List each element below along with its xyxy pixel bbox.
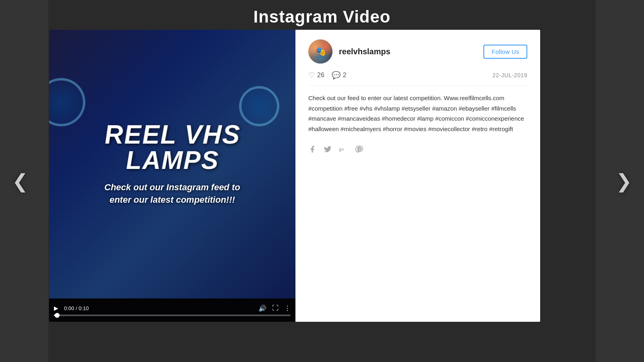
more-options-icon[interactable]: ⋮ — [284, 304, 291, 312]
volume-icon[interactable]: 🔊 — [258, 304, 266, 312]
comments-stat: 💬 2 — [332, 71, 347, 80]
video-title-line1: REEL VHS LAMPS — [103, 121, 241, 173]
info-section: 🎭 reelvhslamps Follow Us ♡ 26 💬 2 22-JUL… — [295, 30, 540, 322]
comment-icon: 💬 — [332, 71, 341, 80]
social-icons-row: g+ — [308, 145, 527, 155]
progress-fill — [54, 315, 57, 316]
prev-arrow[interactable]: ❮ — [12, 170, 28, 192]
video-thumbnail[interactable]: REEL VHS LAMPS Check out our Instagram f… — [49, 30, 295, 298]
video-overlay: REEL VHS LAMPS Check out our Instagram f… — [49, 30, 295, 298]
progress-bar[interactable] — [54, 315, 291, 316]
page-title: Instagram Video — [0, 0, 644, 32]
twitter-share-icon[interactable] — [324, 145, 332, 155]
post-date: 22-JUL-2019 — [493, 72, 527, 78]
divider — [308, 85, 527, 86]
likes-count: 26 — [317, 72, 324, 79]
likes-stat: ♡ 26 — [308, 71, 324, 80]
username: reelvhslamps — [339, 47, 390, 56]
progress-dot — [55, 313, 60, 318]
avatar-inner: 🎭 — [308, 39, 332, 64]
time-display: 0:00 / 0:10 — [64, 305, 89, 311]
comments-count: 2 — [343, 72, 347, 79]
facebook-share-icon[interactable] — [308, 145, 316, 155]
next-arrow[interactable]: ❯ — [616, 170, 632, 192]
pinterest-share-icon[interactable] — [355, 145, 363, 155]
caption: Check out our feed to enter our latest c… — [308, 93, 527, 134]
svg-text:g+: g+ — [339, 147, 344, 152]
googleplus-share-icon[interactable]: g+ — [339, 145, 348, 155]
instagram-card: REEL VHS LAMPS Check out our Instagram f… — [49, 30, 540, 322]
heart-icon: ♡ — [308, 71, 315, 80]
avatar: 🎭 — [308, 39, 332, 64]
fullscreen-icon[interactable]: ⛶ — [272, 304, 279, 312]
video-controls: ▶ 0:00 / 0:10 🔊 ⛶ ⋮ — [49, 298, 295, 322]
stats-row: ♡ 26 💬 2 22-JUL-2019 — [308, 71, 527, 80]
play-button[interactable]: ▶ — [54, 305, 58, 311]
video-section: REEL VHS LAMPS Check out our Instagram f… — [49, 30, 295, 322]
video-subtitle: Check out our Instagram feed to enter ou… — [96, 181, 249, 206]
follow-button[interactable]: Follow Us — [483, 45, 527, 59]
profile-left: 🎭 reelvhslamps — [308, 39, 390, 64]
profile-row: 🎭 reelvhslamps Follow Us — [308, 39, 527, 64]
